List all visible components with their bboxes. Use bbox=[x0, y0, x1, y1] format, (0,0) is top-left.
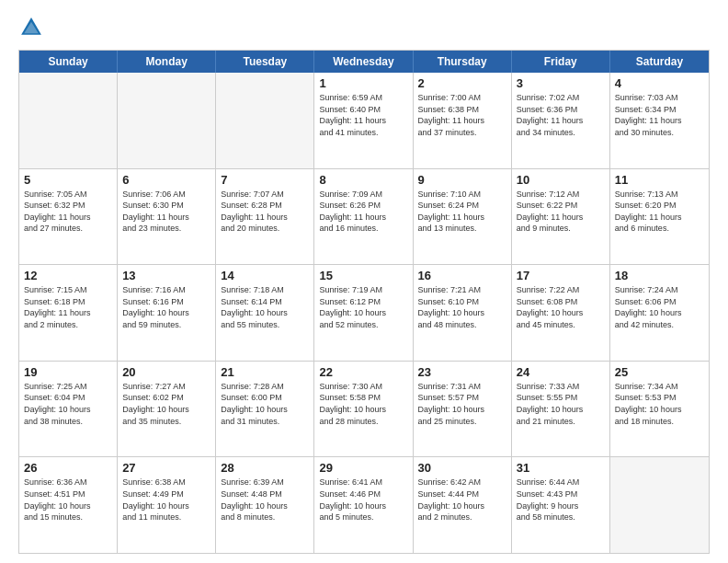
day-info: Sunrise: 6:39 AM Sunset: 4:48 PM Dayligh… bbox=[221, 477, 309, 523]
day-cell-2: 2Sunrise: 7:00 AM Sunset: 6:38 PM Daylig… bbox=[414, 73, 512, 168]
day-info: Sunrise: 7:09 AM Sunset: 6:26 PM Dayligh… bbox=[319, 189, 407, 235]
day-number: 23 bbox=[418, 365, 506, 379]
day-cell-26: 26Sunrise: 6:36 AM Sunset: 4:51 PM Dayli… bbox=[19, 457, 118, 553]
day-number: 10 bbox=[517, 173, 605, 187]
day-number: 25 bbox=[615, 365, 704, 379]
day-info: Sunrise: 7:31 AM Sunset: 5:57 PM Dayligh… bbox=[418, 381, 506, 427]
day-cell-1: 1Sunrise: 6:59 AM Sunset: 6:40 PM Daylig… bbox=[314, 73, 413, 168]
day-number: 12 bbox=[24, 269, 112, 282]
logo bbox=[18, 15, 48, 40]
day-number: 16 bbox=[418, 269, 506, 282]
day-info: Sunrise: 7:28 AM Sunset: 6:00 PM Dayligh… bbox=[221, 381, 309, 427]
day-number: 8 bbox=[319, 173, 407, 187]
day-cell-13: 13Sunrise: 7:16 AM Sunset: 6:16 PM Dayli… bbox=[118, 265, 216, 361]
day-info: Sunrise: 7:21 AM Sunset: 6:10 PM Dayligh… bbox=[418, 284, 506, 330]
day-number: 31 bbox=[517, 461, 605, 475]
day-info: Sunrise: 7:34 AM Sunset: 5:53 PM Dayligh… bbox=[615, 381, 704, 427]
day-number: 15 bbox=[319, 269, 407, 282]
calendar-body: 1Sunrise: 6:59 AM Sunset: 6:40 PM Daylig… bbox=[19, 73, 709, 553]
calendar-row-3: 19Sunrise: 7:25 AM Sunset: 6:04 PM Dayli… bbox=[19, 361, 709, 457]
day-number: 20 bbox=[122, 365, 210, 379]
day-info: Sunrise: 7:30 AM Sunset: 5:58 PM Dayligh… bbox=[319, 381, 407, 427]
day-cell-10: 10Sunrise: 7:12 AM Sunset: 6:22 PM Dayli… bbox=[512, 169, 610, 265]
weekday-header-tuesday: Tuesday bbox=[216, 51, 314, 73]
calendar-header: SundayMondayTuesdayWednesdayThursdayFrid… bbox=[19, 51, 709, 73]
day-cell-27: 27Sunrise: 6:38 AM Sunset: 4:49 PM Dayli… bbox=[118, 457, 216, 553]
day-info: Sunrise: 7:02 AM Sunset: 6:36 PM Dayligh… bbox=[517, 92, 605, 138]
day-number: 14 bbox=[221, 269, 309, 282]
day-cell-empty-0-2 bbox=[216, 73, 314, 168]
day-cell-6: 6Sunrise: 7:06 AM Sunset: 6:30 PM Daylig… bbox=[118, 169, 216, 265]
day-info: Sunrise: 7:24 AM Sunset: 6:06 PM Dayligh… bbox=[615, 284, 704, 330]
day-info: Sunrise: 7:06 AM Sunset: 6:30 PM Dayligh… bbox=[122, 189, 210, 235]
calendar-row-1: 5Sunrise: 7:05 AM Sunset: 6:32 PM Daylig… bbox=[19, 168, 709, 265]
day-number: 27 bbox=[122, 461, 210, 475]
day-number: 17 bbox=[517, 269, 605, 282]
day-info: Sunrise: 7:27 AM Sunset: 6:02 PM Dayligh… bbox=[122, 381, 210, 427]
day-info: Sunrise: 7:12 AM Sunset: 6:22 PM Dayligh… bbox=[517, 189, 605, 235]
day-info: Sunrise: 6:41 AM Sunset: 4:46 PM Dayligh… bbox=[319, 477, 407, 523]
page: SundayMondayTuesdayWednesdayThursdayFrid… bbox=[0, 0, 728, 563]
day-number: 26 bbox=[24, 461, 112, 475]
day-number: 6 bbox=[122, 173, 210, 187]
day-info: Sunrise: 6:38 AM Sunset: 4:49 PM Dayligh… bbox=[122, 477, 210, 523]
day-cell-7: 7Sunrise: 7:07 AM Sunset: 6:28 PM Daylig… bbox=[216, 169, 314, 265]
day-number: 13 bbox=[122, 269, 210, 282]
day-number: 2 bbox=[418, 76, 506, 90]
day-cell-15: 15Sunrise: 7:19 AM Sunset: 6:12 PM Dayli… bbox=[314, 265, 413, 361]
day-info: Sunrise: 7:16 AM Sunset: 6:16 PM Dayligh… bbox=[122, 284, 210, 330]
day-cell-24: 24Sunrise: 7:33 AM Sunset: 5:55 PM Dayli… bbox=[512, 362, 610, 457]
day-info: Sunrise: 7:18 AM Sunset: 6:14 PM Dayligh… bbox=[221, 284, 309, 330]
day-cell-12: 12Sunrise: 7:15 AM Sunset: 6:18 PM Dayli… bbox=[19, 265, 118, 361]
day-info: Sunrise: 7:10 AM Sunset: 6:24 PM Dayligh… bbox=[418, 189, 506, 235]
day-info: Sunrise: 7:33 AM Sunset: 5:55 PM Dayligh… bbox=[517, 381, 605, 427]
day-cell-5: 5Sunrise: 7:05 AM Sunset: 6:32 PM Daylig… bbox=[19, 169, 118, 265]
day-cell-8: 8Sunrise: 7:09 AM Sunset: 6:26 PM Daylig… bbox=[314, 169, 413, 265]
weekday-header-friday: Friday bbox=[512, 51, 610, 73]
day-number: 1 bbox=[319, 76, 407, 90]
day-number: 19 bbox=[24, 365, 112, 379]
day-number: 22 bbox=[319, 365, 407, 379]
day-cell-empty-0-0 bbox=[19, 73, 118, 168]
day-cell-18: 18Sunrise: 7:24 AM Sunset: 6:06 PM Dayli… bbox=[610, 265, 709, 361]
weekday-header-wednesday: Wednesday bbox=[314, 51, 413, 73]
day-number: 4 bbox=[615, 76, 704, 90]
day-cell-22: 22Sunrise: 7:30 AM Sunset: 5:58 PM Dayli… bbox=[314, 362, 413, 457]
day-number: 18 bbox=[615, 269, 704, 282]
day-cell-31: 31Sunrise: 6:44 AM Sunset: 4:43 PM Dayli… bbox=[512, 457, 610, 553]
day-cell-23: 23Sunrise: 7:31 AM Sunset: 5:57 PM Dayli… bbox=[414, 362, 512, 457]
day-cell-17: 17Sunrise: 7:22 AM Sunset: 6:08 PM Dayli… bbox=[512, 265, 610, 361]
day-cell-9: 9Sunrise: 7:10 AM Sunset: 6:24 PM Daylig… bbox=[414, 169, 512, 265]
day-number: 11 bbox=[615, 173, 704, 187]
day-info: Sunrise: 7:00 AM Sunset: 6:38 PM Dayligh… bbox=[418, 92, 506, 138]
day-cell-20: 20Sunrise: 7:27 AM Sunset: 6:02 PM Dayli… bbox=[118, 362, 216, 457]
day-info: Sunrise: 7:19 AM Sunset: 6:12 PM Dayligh… bbox=[319, 284, 407, 330]
day-cell-28: 28Sunrise: 6:39 AM Sunset: 4:48 PM Dayli… bbox=[216, 457, 314, 553]
calendar-row-0: 1Sunrise: 6:59 AM Sunset: 6:40 PM Daylig… bbox=[19, 73, 709, 168]
weekday-header-saturday: Saturday bbox=[610, 51, 709, 73]
day-number: 24 bbox=[517, 365, 605, 379]
day-info: Sunrise: 7:15 AM Sunset: 6:18 PM Dayligh… bbox=[24, 284, 112, 330]
day-cell-empty-0-1 bbox=[118, 73, 216, 168]
day-info: Sunrise: 6:59 AM Sunset: 6:40 PM Dayligh… bbox=[319, 92, 407, 138]
calendar-row-2: 12Sunrise: 7:15 AM Sunset: 6:18 PM Dayli… bbox=[19, 264, 709, 361]
day-number: 28 bbox=[221, 461, 309, 475]
day-cell-3: 3Sunrise: 7:02 AM Sunset: 6:36 PM Daylig… bbox=[512, 73, 610, 168]
day-cell-empty-4-6 bbox=[610, 457, 709, 553]
day-cell-14: 14Sunrise: 7:18 AM Sunset: 6:14 PM Dayli… bbox=[216, 265, 314, 361]
day-info: Sunrise: 7:07 AM Sunset: 6:28 PM Dayligh… bbox=[221, 189, 309, 235]
day-number: 3 bbox=[517, 76, 605, 90]
day-info: Sunrise: 7:13 AM Sunset: 6:20 PM Dayligh… bbox=[615, 189, 704, 235]
header bbox=[18, 15, 710, 40]
day-number: 5 bbox=[24, 173, 112, 187]
day-info: Sunrise: 7:25 AM Sunset: 6:04 PM Dayligh… bbox=[24, 381, 112, 427]
weekday-header-sunday: Sunday bbox=[19, 51, 118, 73]
day-info: Sunrise: 6:44 AM Sunset: 4:43 PM Dayligh… bbox=[517, 477, 605, 523]
day-number: 21 bbox=[221, 365, 309, 379]
day-cell-30: 30Sunrise: 6:42 AM Sunset: 4:44 PM Dayli… bbox=[414, 457, 512, 553]
day-cell-11: 11Sunrise: 7:13 AM Sunset: 6:20 PM Dayli… bbox=[610, 169, 709, 265]
day-info: Sunrise: 6:36 AM Sunset: 4:51 PM Dayligh… bbox=[24, 477, 112, 523]
day-cell-4: 4Sunrise: 7:03 AM Sunset: 6:34 PM Daylig… bbox=[610, 73, 709, 168]
day-number: 9 bbox=[418, 173, 506, 187]
weekday-header-thursday: Thursday bbox=[414, 51, 512, 73]
